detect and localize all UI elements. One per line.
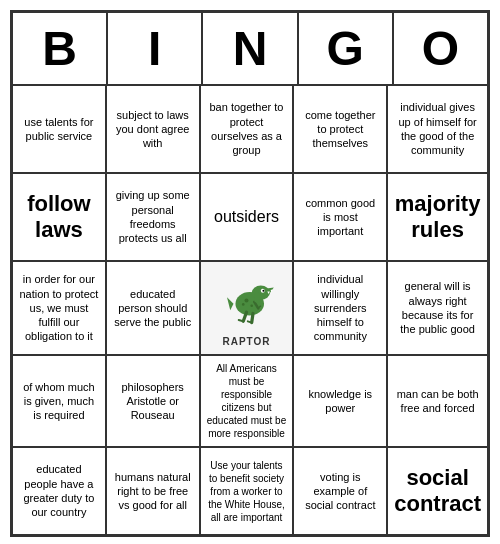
letter-i: I [107, 12, 202, 85]
letter-g: G [298, 12, 393, 85]
letter-o: O [393, 12, 488, 85]
svg-rect-17 [254, 293, 259, 303]
cell-r1c4[interactable]: come together to protect themselves [293, 85, 387, 173]
svg-point-5 [262, 290, 264, 292]
cell-r5c2[interactable]: humans natural right to be free vs good … [106, 447, 200, 535]
cell-r5c5[interactable]: social contract [387, 447, 488, 535]
svg-line-13 [248, 321, 252, 322]
letter-b: B [12, 12, 107, 85]
cell-r5c4[interactable]: voting is example of social contract [293, 447, 387, 535]
cell-r1c1[interactable]: use talents for public service [12, 85, 106, 173]
cell-r2c4[interactable]: common good is most important [293, 173, 387, 261]
cell-r5c1[interactable]: educated people have a greater duty to o… [12, 447, 106, 535]
cell-r4c2[interactable]: philosophers Aristotle or Rouseau [106, 355, 200, 447]
cell-r4c1[interactable]: of whom much is given, much is required [12, 355, 106, 447]
svg-line-12 [252, 314, 253, 323]
svg-line-11 [239, 320, 244, 321]
raptor-icon [214, 268, 279, 333]
bingo-grid: use talents for public service subject t… [12, 85, 488, 535]
cell-r1c2[interactable]: subject to laws you dont agree with [106, 85, 200, 173]
bingo-header: B I N G O [12, 12, 488, 85]
cell-r1c3[interactable]: ban together to protect ourselves as a g… [200, 85, 294, 173]
cell-r3c2[interactable]: educated person should serve the public [106, 261, 200, 355]
cell-r4c3[interactable]: All Americans must be responsible citize… [200, 355, 294, 447]
cell-r2c3[interactable]: outsiders [200, 173, 294, 261]
cell-r2c1[interactable]: follow laws [12, 173, 106, 261]
svg-point-14 [245, 299, 249, 303]
svg-marker-1 [227, 297, 234, 310]
cell-r1c5[interactable]: individual gives up of himself for the g… [387, 85, 488, 173]
svg-point-16 [242, 303, 245, 306]
letter-n: N [202, 12, 297, 85]
cell-r4c5[interactable]: man can be both free and forced [387, 355, 488, 447]
cell-r3c1[interactable]: in order for our nation to protect us, w… [12, 261, 106, 355]
bingo-card: B I N G O use talents for public service… [10, 10, 490, 537]
cell-r4c4[interactable]: knowledge is power [293, 355, 387, 447]
raptor-label: RAPTOR [222, 335, 270, 348]
cell-r5c3[interactable]: Use your talents to benefit society from… [200, 447, 294, 535]
cell-r2c5[interactable]: majority rules [387, 173, 488, 261]
cell-r3c5[interactable]: general will is always right because its… [387, 261, 488, 355]
cell-r3c4[interactable]: individual willingly surrenders himself … [293, 261, 387, 355]
cell-r2c2[interactable]: giving up some personal freedoms protect… [106, 173, 200, 261]
svg-point-15 [250, 304, 253, 307]
free-space-content: RAPTOR [214, 268, 279, 348]
cell-r3c3-free[interactable]: RAPTOR [200, 261, 294, 355]
